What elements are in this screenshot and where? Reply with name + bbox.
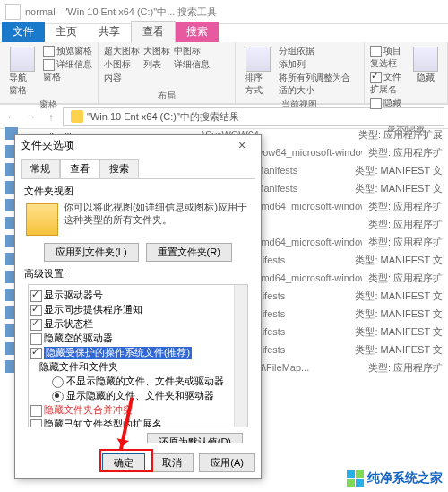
apply-button[interactable]: 应用(A) xyxy=(199,453,255,472)
adv-item[interactable]: 隐藏空的驱动器 xyxy=(30,332,246,346)
checkbox-icon xyxy=(43,59,55,71)
checkbox-icon xyxy=(30,333,42,345)
checkbox-icon xyxy=(43,46,55,57)
window-titlebar: normal - "Win 10 Ent x64 (C:)"中... 搜索工具 xyxy=(0,0,448,24)
adv-item[interactable]: 不显示隐藏的文件、文件夹或驱动器 xyxy=(39,375,246,389)
preview-pane[interactable]: 预览窗格 xyxy=(43,45,92,57)
ribbon-group-panes: 导航窗格 预览窗格 详细信息窗格 窗格 xyxy=(0,42,99,103)
ribbon-group-layout: 超大图标小图标内容 大图标列表 中图标详细信息 布局 xyxy=(99,42,236,103)
ok-button[interactable]: 确定 xyxy=(102,453,145,472)
dialog-tab-view[interactable]: 查看 xyxy=(60,159,99,178)
tab-share[interactable]: 共享 xyxy=(88,22,131,42)
checkbox-icon xyxy=(30,305,42,316)
checkbox-icon xyxy=(30,290,42,302)
adv-item[interactable]: 隐藏受保护的操作系统文件(推荐) xyxy=(30,346,246,360)
close-icon[interactable]: × xyxy=(228,138,255,152)
ribbon-tabstrip: 文件 主页 共享 查看 搜索 xyxy=(0,24,448,42)
apply-to-folders-button[interactable]: 应用到文件夹(L) xyxy=(44,243,138,262)
logo-icon xyxy=(347,470,364,487)
watermark-logo: 纯净系统之家 xyxy=(347,470,443,487)
scrollbar[interactable] xyxy=(234,285,247,427)
up-button[interactable]: ↑ xyxy=(43,111,59,122)
ribbon-group-showhide: 项目复选框 文件扩展名 隐藏的项目 隐藏 显示/隐藏 xyxy=(365,42,448,103)
adv-item[interactable]: 隐藏已知文件类型的扩展名 xyxy=(30,418,246,427)
folder-icon xyxy=(26,203,58,236)
checkbox-icon xyxy=(30,319,42,331)
dialog-tab-general[interactable]: 常规 xyxy=(21,159,60,178)
adv-item: 隐藏文件和文件夹 xyxy=(39,360,246,375)
checkbox-icon xyxy=(30,405,42,417)
adv-item[interactable]: 显示驱动器号 xyxy=(30,289,246,303)
window-title: normal - "Win 10 Ent x64 (C:)"中... 搜索工具 xyxy=(25,5,217,19)
restore-defaults-button[interactable]: 还原为默认值(D) xyxy=(147,433,243,443)
tab-home[interactable]: 主页 xyxy=(45,22,88,42)
forward-button[interactable]: → xyxy=(23,111,39,122)
search-icon xyxy=(71,110,83,123)
advanced-settings-list[interactable]: 显示驱动器号显示同步提供程序通知显示状态栏隐藏空的驱动器隐藏受保护的操作系统文件… xyxy=(28,284,248,427)
nav-pane-button[interactable]: 导航窗格 xyxy=(5,45,39,99)
checkbox-icon xyxy=(30,348,42,359)
radio-icon xyxy=(52,376,64,388)
breadcrumb[interactable]: "Win 10 Ent x64 (C:)"中的搜索结果 xyxy=(63,107,444,126)
dialog-title: 文件夹选项 xyxy=(21,138,74,153)
hide-icon xyxy=(413,47,438,72)
tab-view[interactable]: 查看 xyxy=(131,21,176,43)
folder-options-dialog: 文件夹选项× 常规 查看 搜索 文件夹视图 你可以将此视图(如详细信息或图标)应… xyxy=(14,134,262,479)
adv-item[interactable]: 显示隐藏的文件、文件夹和驱动器 xyxy=(39,389,246,403)
adv-item[interactable]: 隐藏文件夹合并冲突 xyxy=(30,403,246,418)
tab-file[interactable]: 文件 xyxy=(2,22,45,42)
details-pane[interactable]: 详细信息窗格 xyxy=(43,58,92,83)
tab-search[interactable]: 搜索 xyxy=(176,22,219,42)
ribbon-group-currentview: 排序方式 分组依据添加列将所有列调整为合适的大小 当前视图 xyxy=(236,42,365,103)
cancel-button[interactable]: 取消 xyxy=(151,453,194,472)
adv-item[interactable]: 显示状态栏 xyxy=(30,317,246,332)
dialog-tab-search[interactable]: 搜索 xyxy=(99,159,139,178)
item-checkboxes[interactable]: 项目复选框 xyxy=(370,45,406,70)
app-icon xyxy=(5,4,21,20)
sort-icon xyxy=(246,47,271,72)
adv-item[interactable]: 显示同步提供程序通知 xyxy=(30,303,246,317)
checkbox-icon xyxy=(30,419,42,428)
sort-button[interactable]: 排序方式 xyxy=(241,45,275,99)
radio-icon xyxy=(52,391,64,402)
nav-pane-icon xyxy=(10,47,35,72)
ribbon: 导航窗格 预览窗格 详细信息窗格 窗格 超大图标小图标内容 大图标列表 中图标详… xyxy=(0,42,448,104)
reset-folders-button[interactable]: 重置文件夹(R) xyxy=(146,243,232,262)
back-button[interactable]: ← xyxy=(4,111,20,122)
file-extensions[interactable]: 文件扩展名 xyxy=(370,71,406,96)
